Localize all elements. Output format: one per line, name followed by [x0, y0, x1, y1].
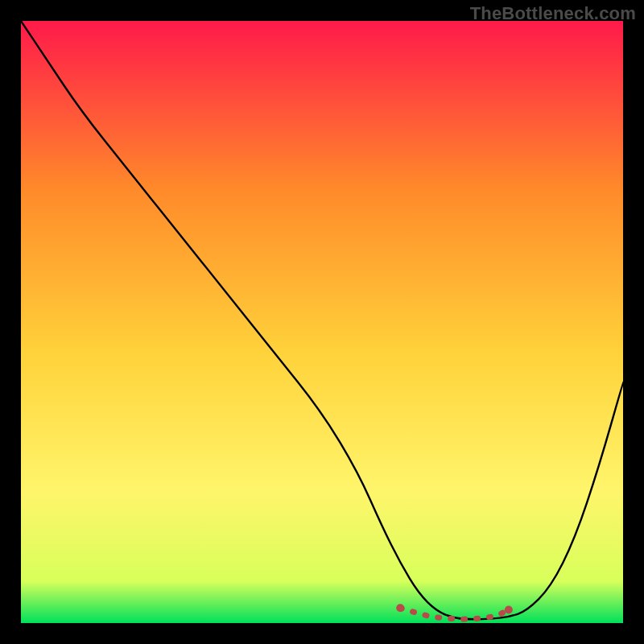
watermark-label: TheBottleneck.com [470, 3, 636, 24]
optimal-range-end-dot [505, 606, 513, 614]
app-frame: TheBottleneck.com [0, 0, 644, 644]
optimal-range-end-dot [396, 604, 404, 612]
chart-area [21, 21, 623, 623]
gradient-background [21, 21, 623, 623]
chart-svg [21, 21, 623, 623]
